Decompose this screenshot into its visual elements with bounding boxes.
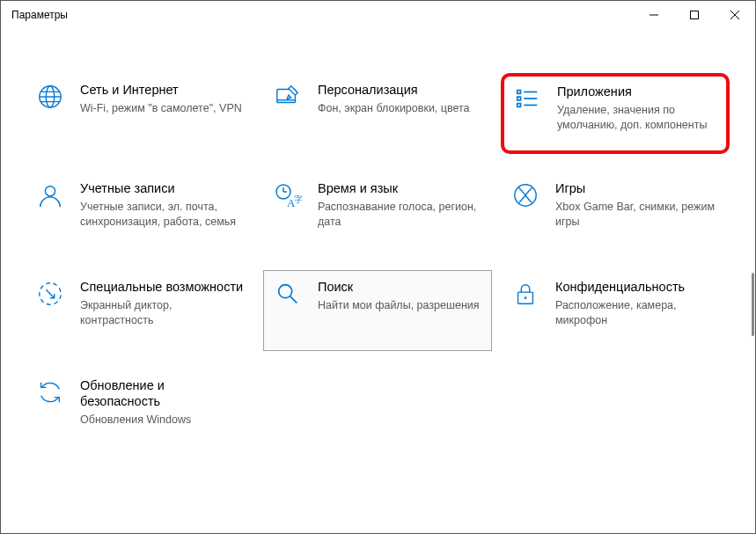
svg-rect-13: [517, 104, 521, 107]
tile-subtitle: Xbox Game Bar, снимки, режим игры: [555, 200, 723, 230]
maximize-button[interactable]: [674, 1, 715, 29]
tile-title: Специальные возможности: [80, 279, 247, 295]
tile-gaming[interactable]: Игры Xbox Game Bar, снимки, режим игры: [501, 172, 730, 252]
scrollbar[interactable]: [752, 30, 754, 532]
tile-subtitle: Распознавание голоса, регион, дата: [318, 200, 485, 230]
svg-rect-9: [517, 91, 521, 94]
tile-title: Конфиденциальность: [555, 279, 723, 295]
tile-subtitle: Учетные записи, эл. почта, синхронизация…: [80, 200, 247, 230]
svg-text:字: 字: [294, 194, 302, 204]
tile-ease-of-access[interactable]: Специальные возможности Экранный диктор,…: [26, 270, 254, 351]
tile-subtitle: Удаление, значения по умолчанию, доп. ко…: [557, 103, 723, 133]
tile-update-security[interactable]: Обновление и безопасность Обновления Win…: [26, 369, 254, 450]
tile-apps[interactable]: Приложения Удаление, значения по умолчан…: [501, 73, 730, 154]
svg-point-22: [279, 285, 292, 298]
person-icon: [33, 180, 68, 244]
svg-rect-1: [691, 11, 699, 19]
list-icon: [510, 84, 545, 143]
tile-title: Обновление и безопасность: [80, 377, 247, 409]
tile-search[interactable]: Поиск Найти мои файлы, разрешения: [263, 270, 492, 351]
tile-privacy[interactable]: Конфиденциальность Расположение, камера,…: [501, 270, 730, 351]
tile-title: Учетные записи: [80, 180, 247, 196]
tile-personalization[interactable]: Персонализация Фон, экран блокировки, цв…: [263, 73, 492, 154]
tile-title: Сеть и Интернет: [80, 82, 247, 98]
svg-point-15: [45, 187, 55, 196]
lock-icon: [508, 279, 543, 342]
minimize-button[interactable]: [634, 1, 674, 29]
window-controls: [634, 1, 755, 29]
svg-rect-11: [517, 97, 521, 100]
tile-subtitle: Найти мои файлы, разрешения: [318, 298, 485, 313]
tile-title: Игры: [555, 180, 723, 196]
tile-network[interactable]: Сеть и Интернет Wi-Fi, режим "в самолете…: [26, 73, 254, 154]
clock-language-icon: A 字: [270, 180, 305, 244]
paintbrush-icon: [270, 82, 305, 145]
search-icon: [270, 279, 305, 342]
close-button[interactable]: [715, 1, 755, 29]
tile-accounts[interactable]: Учетные записи Учетные записи, эл. почта…: [26, 172, 254, 252]
tile-time-language[interactable]: A 字 Время и язык Распознавание голоса, р…: [263, 172, 492, 252]
tile-subtitle: Фон, экран блокировки, цвета: [318, 101, 485, 116]
tile-title: Поиск: [318, 279, 485, 295]
svg-point-25: [525, 296, 527, 299]
scrollbar-thumb[interactable]: [752, 273, 754, 336]
window-title: Параметры: [11, 9, 68, 21]
tile-subtitle: Wi-Fi, режим "в самолете", VPN: [80, 101, 247, 116]
tile-subtitle: Обновления Windows: [80, 413, 247, 428]
ease-of-access-icon: [33, 279, 68, 342]
xbox-icon: [508, 180, 543, 244]
tile-title: Персонализация: [318, 82, 485, 98]
tile-title: Время и язык: [318, 180, 485, 196]
svg-line-23: [290, 296, 297, 304]
refresh-icon: [33, 377, 68, 441]
tile-subtitle: Экранный диктор, контрастность: [80, 298, 247, 328]
tile-subtitle: Расположение, камера, микрофон: [555, 298, 723, 328]
tile-title: Приложения: [557, 84, 723, 99]
globe-icon: [33, 82, 68, 145]
